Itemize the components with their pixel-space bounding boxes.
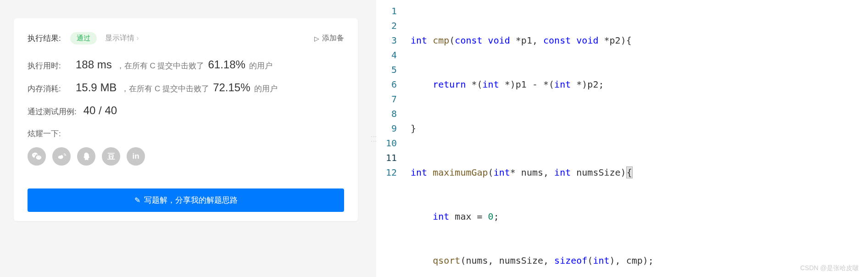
code-line: int maximumGap(int* nums, int numsSize){ (408, 165, 868, 180)
testcases-label: 通过测试用例: (28, 106, 77, 117)
runtime-label: 执行用时: (28, 61, 69, 71)
line-number: 10 (376, 136, 397, 150)
weibo-icon[interactable] (52, 147, 71, 166)
show-off-label: 炫耀一下: (28, 128, 344, 139)
line-number: 1 (376, 4, 397, 18)
code-line: int cmp(const void *p1, const void *p2){ (408, 33, 868, 48)
line-number: 4 (376, 48, 397, 62)
line-number: 6 (376, 77, 397, 92)
line-number: 3 (376, 33, 397, 48)
code-area[interactable]: int cmp(const void *p1, const void *p2){… (408, 4, 868, 277)
code-line: qsort(nums, numsSize, sizeof(int), cmp); (408, 253, 868, 268)
result-card: 执行结果: 通过 显示详情 ▷ 添加备 执行用时: 188 ms ，在所有 C … (14, 18, 358, 221)
code-editor-panel: 1 2 3 4 5 6 7 8 9 10 11 12 int cmp(const… (376, 0, 868, 277)
runtime-percent: 61.18% (208, 58, 245, 71)
add-note-link[interactable]: ▷ 添加备 (314, 33, 344, 43)
add-note-label: 添加备 (322, 33, 344, 43)
panel-divider[interactable]: ⋮⋮ (372, 0, 376, 277)
memory-desc-suffix: 的用户 (254, 83, 278, 94)
show-details-link[interactable]: 显示详情 (105, 33, 139, 43)
runtime-desc-prefix: ，在所有 C 提交中击败了 (117, 61, 205, 71)
status-badge: 通过 (70, 32, 97, 44)
line-number-gutter: 1 2 3 4 5 6 7 8 9 10 11 12 (376, 4, 408, 277)
testcases-row: 通过测试用例: 40 / 40 (28, 104, 344, 117)
drag-handle-icon: ⋮⋮ (371, 134, 377, 143)
line-number: 9 (376, 121, 397, 136)
line-number: 12 (376, 165, 397, 180)
line-number: 11 (376, 150, 397, 165)
qq-icon[interactable] (77, 147, 95, 166)
wechat-icon[interactable] (28, 147, 46, 166)
memory-row: 内存消耗: 15.9 MB ，在所有 C 提交中击败了 72.15% 的用户 (28, 81, 344, 94)
memory-percent: 72.15% (213, 81, 250, 94)
memory-desc-prefix: ，在所有 C 提交中击败了 (121, 83, 209, 94)
line-number: 7 (376, 92, 397, 106)
write-solution-button[interactable]: ✎ 写题解，分享我的解题思路 (28, 188, 344, 212)
code-line: int max = 0; (408, 209, 868, 224)
runtime-value: 188 ms (76, 58, 112, 71)
douban-icon[interactable]: 豆 (102, 147, 120, 166)
pencil-icon: ✎ (134, 196, 140, 205)
runtime-desc-suffix: 的用户 (249, 61, 273, 71)
flag-icon: ▷ (314, 35, 319, 42)
line-number: 2 (376, 18, 397, 33)
watermark: CSDN @是张哈皮啵 (800, 264, 859, 272)
memory-value: 15.9 MB (76, 81, 117, 94)
testcases-value: 40 / 40 (83, 104, 117, 117)
result-header: 执行结果: 通过 显示详情 ▷ 添加备 (28, 32, 344, 44)
runtime-row: 执行用时: 188 ms ，在所有 C 提交中击败了 61.18% 的用户 (28, 58, 344, 71)
line-number: 8 (376, 106, 397, 121)
code-line: return *(int *)p1 - *(int *)p2; (408, 77, 868, 92)
line-number: 5 (376, 62, 397, 77)
code-line: } (408, 121, 868, 136)
share-icons: 豆 in (28, 147, 344, 166)
linkedin-icon[interactable]: in (127, 147, 145, 166)
result-label: 执行结果: (28, 33, 61, 44)
memory-label: 内存消耗: (28, 83, 69, 94)
results-panel: 执行结果: 通过 显示详情 ▷ 添加备 执行用时: 188 ms ，在所有 C … (0, 0, 372, 277)
write-solution-label: 写题解，分享我的解题思路 (144, 195, 238, 205)
